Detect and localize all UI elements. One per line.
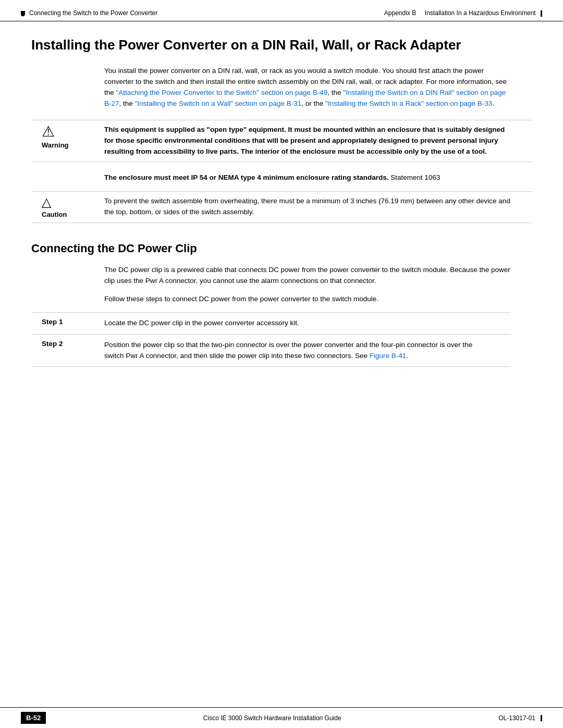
warning-block: ⚠ Warning This equipment is supplied as …: [31, 120, 532, 162]
header-pipe: [541, 10, 542, 17]
section2-intro1: The DC power clip is a prewired cable th…: [104, 265, 511, 287]
step-1-row: Step 1 Locate the DC power clip in the p…: [31, 312, 511, 334]
caution-label-col: △ Caution: [31, 196, 104, 218]
step-1-content: Locate the DC power clip in the power co…: [104, 318, 511, 329]
step-2-link[interactable]: Figure B-41: [370, 352, 407, 360]
statement-normal: Statement 1063: [388, 174, 440, 181]
step-1-label-text: Step 1: [42, 318, 63, 326]
caution-icon: △: [42, 196, 51, 208]
main-content: Installing the Power Converter on a DIN …: [0, 21, 563, 398]
step-2-content: Position the power clip so that the two-…: [104, 340, 511, 362]
caution-block: △ Caution To prevent the switch assemble…: [31, 191, 532, 223]
link1-mid: , the: [327, 89, 343, 96]
link1[interactable]: "Attaching the Power Converter to the Sw…: [116, 89, 328, 96]
warning-label: Warning: [42, 141, 69, 149]
link2-mid: , the: [119, 100, 135, 107]
link3-mid: , or the: [301, 100, 325, 107]
section2-title: Connecting the DC Power Clip: [31, 242, 532, 255]
page-footer: B-52 Cisco IE 3000 Switch Hardware Insta…: [0, 707, 563, 728]
warning-label-col: ⚠ Warning: [31, 125, 104, 149]
footer-pipe: [541, 715, 542, 721]
step-2-after-link: .: [406, 352, 408, 360]
caution-label: Caution: [42, 211, 67, 218]
header-right-text: Installation In a Hazardous Environment: [425, 9, 536, 17]
footer-page-number: B-52: [21, 712, 46, 724]
chapter-title: Installing the Power Converter on a DIN …: [31, 37, 532, 53]
warning-content: This equipment is supplied as "open type…: [104, 125, 532, 157]
statement-line: The enclosure must meet IP 54 or NEMA ty…: [104, 172, 532, 183]
header-left-text: Connecting the Switch to the Power Conve…: [29, 9, 157, 17]
step-2-before-link: Position the power clip so that the two-…: [104, 341, 472, 360]
statement-bold: The enclosure must meet IP 54 or NEMA ty…: [104, 174, 388, 181]
step-1-label: Step 1: [31, 318, 104, 326]
bullet-icon: ■: [21, 11, 25, 15]
header-section: Appendix B: [384, 9, 416, 17]
step-2-label: Step 2: [31, 340, 104, 348]
link3[interactable]: "Installing the Switch on a Wall" sectio…: [135, 100, 302, 107]
step-2-label-text: Step 2: [42, 340, 63, 348]
footer-center-text: Cisco IE 3000 Switch Hardware Installati…: [203, 714, 341, 722]
footer-right-text: OL-13017-01: [498, 714, 542, 722]
page-header: ■ Connecting the Switch to the Power Con…: [0, 0, 563, 21]
section2-intro2: Follow these steps to connect DC power f…: [104, 294, 511, 305]
steps-container: Step 1 Locate the DC power clip in the p…: [31, 312, 511, 367]
link4-end: .: [492, 100, 494, 107]
footer-doc-number: OL-13017-01: [498, 714, 535, 722]
caution-content: To prevent the switch assemble from over…: [104, 196, 532, 218]
warning-icon: ⚠: [42, 125, 55, 139]
chapter-intro: You install the power converter on a DIN…: [104, 66, 511, 109]
header-right: Appendix B Installation In a Hazardous E…: [384, 9, 542, 17]
link4[interactable]: "Installing the Switch in a Rack" sectio…: [325, 100, 492, 107]
header-left: ■ Connecting the Switch to the Power Con…: [21, 9, 157, 17]
step-2-row: Step 2 Position the power clip so that t…: [31, 334, 511, 367]
